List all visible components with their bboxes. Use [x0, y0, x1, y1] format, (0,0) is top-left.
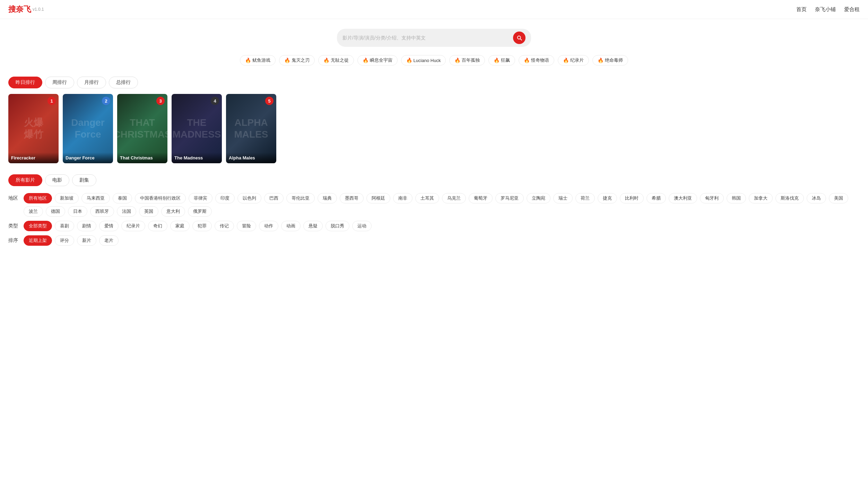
- genre-tag-13[interactable]: 脱口秀: [326, 221, 349, 231]
- hot-tag-0[interactable]: 🔥鱿鱼游戏: [240, 55, 276, 66]
- movie-title: Firecracker: [11, 155, 56, 160]
- search-input[interactable]: [342, 35, 510, 41]
- fire-icon: 🔥: [284, 58, 290, 63]
- region-tag-31[interactable]: 波兰: [24, 206, 43, 217]
- card-deco: THE MADNESS: [172, 117, 221, 140]
- genre-tag-1[interactable]: 喜剧: [55, 221, 74, 231]
- region-tag-11[interactable]: 墨西哥: [340, 193, 364, 203]
- content-tab-2[interactable]: 剧集: [72, 174, 96, 186]
- hot-tag-8[interactable]: 🔥纪录片: [558, 55, 589, 66]
- region-tag-32[interactable]: 德国: [46, 206, 65, 217]
- movie-card-3[interactable]: THE MADNESS 4 The Madness: [172, 94, 222, 163]
- content-tab-1[interactable]: 电影: [45, 174, 69, 186]
- ranking-section: 昨日排行周排行月排行总排行 火爆 爆竹 1 Firecracker Danger…: [0, 71, 868, 169]
- region-tag-22[interactable]: 比利时: [620, 193, 644, 203]
- movie-card-bg: THAT CHRISTMAS 3 That Christmas: [117, 94, 167, 163]
- genre-tag-10[interactable]: 动作: [259, 221, 278, 231]
- genre-tag-5[interactable]: 奇幻: [148, 221, 167, 231]
- movie-title: Danger Force: [66, 155, 110, 160]
- region-tag-23[interactable]: 希腊: [646, 193, 666, 203]
- region-tag-1[interactable]: 新加坡: [55, 193, 79, 203]
- ranking-tab-2[interactable]: 月排行: [77, 77, 106, 88]
- genre-tag-3[interactable]: 爱情: [99, 221, 119, 231]
- region-tag-3[interactable]: 泰国: [113, 193, 132, 203]
- genre-tag-0[interactable]: 全部类型: [24, 221, 52, 231]
- region-tag-36[interactable]: 英国: [139, 206, 158, 217]
- region-tag-12[interactable]: 阿根廷: [366, 193, 390, 203]
- genre-tag-8[interactable]: 传记: [215, 221, 234, 231]
- region-tag-9[interactable]: 哥伦比亚: [286, 193, 315, 203]
- nav-rent[interactable]: 爱合租: [844, 6, 860, 13]
- genre-tag-14[interactable]: 运动: [352, 221, 372, 231]
- nav-shop[interactable]: 奈飞小铺: [815, 6, 836, 13]
- movie-card-0[interactable]: 火爆 爆竹 1 Firecracker: [8, 94, 59, 163]
- region-tag-27[interactable]: 加拿大: [749, 193, 773, 203]
- nav-home[interactable]: 首页: [796, 6, 807, 13]
- rank-badge: 1: [47, 97, 56, 105]
- region-tag-26[interactable]: 韩国: [727, 193, 746, 203]
- hot-tag-9[interactable]: 🔥绝命毒师: [592, 55, 628, 66]
- region-tag-21[interactable]: 捷克: [598, 193, 617, 203]
- region-tag-35[interactable]: 法国: [117, 206, 136, 217]
- region-tag-18[interactable]: 立陶宛: [527, 193, 550, 203]
- region-tag-8[interactable]: 巴西: [264, 193, 284, 203]
- card-deco: 火爆 爆竹: [21, 117, 46, 140]
- sort-tag-0[interactable]: 近期上架: [24, 235, 52, 246]
- region-tag-38[interactable]: 俄罗斯: [188, 206, 212, 217]
- hot-tag-6[interactable]: 🔥狂飙: [488, 55, 515, 66]
- genre-tag-12[interactable]: 悬疑: [303, 221, 323, 231]
- region-tag-6[interactable]: 印度: [215, 193, 235, 203]
- hot-tag-2[interactable]: 🔥无耻之徒: [318, 55, 354, 66]
- region-tag-28[interactable]: 斯洛伐克: [775, 193, 804, 203]
- hot-tag-5[interactable]: 🔥百年孤独: [449, 55, 485, 66]
- sort-tag-1[interactable]: 评分: [55, 235, 74, 246]
- genre-tag-7[interactable]: 犯罪: [192, 221, 212, 231]
- region-tag-25[interactable]: 匈牙利: [700, 193, 724, 203]
- region-tag-2[interactable]: 马来西亚: [81, 193, 110, 203]
- region-tag-20[interactable]: 荷兰: [575, 193, 595, 203]
- region-tag-24[interactable]: 澳大利亚: [669, 193, 697, 203]
- movie-card-2[interactable]: THAT CHRISTMAS 3 That Christmas: [117, 94, 167, 163]
- region-tag-17[interactable]: 罗马尼亚: [495, 193, 524, 203]
- fire-icon: 🔥: [363, 58, 368, 63]
- region-tag-4[interactable]: 中国香港特别行政区: [135, 193, 186, 203]
- movie-card-overlay: Firecracker: [8, 152, 59, 163]
- region-tag-7[interactable]: 以色列: [237, 193, 261, 203]
- genre-tag-2[interactable]: 剧情: [77, 221, 96, 231]
- genre-tag-11[interactable]: 动画: [281, 221, 301, 231]
- region-tag-16[interactable]: 葡萄牙: [469, 193, 493, 203]
- movie-title: That Christmas: [120, 155, 165, 160]
- sort-tag-3[interactable]: 老片: [99, 235, 119, 246]
- region-tag-34[interactable]: 西班牙: [90, 206, 114, 217]
- region-tag-19[interactable]: 瑞士: [553, 193, 573, 203]
- hot-tag-4[interactable]: 🔥Luciano Huck: [401, 55, 446, 66]
- movie-card-4[interactable]: ALPHA MALES 5 Alpha Males: [226, 94, 276, 163]
- region-tag-5[interactable]: 菲律宾: [189, 193, 212, 203]
- region-tag-10[interactable]: 瑞典: [318, 193, 337, 203]
- region-tag-37[interactable]: 意大利: [161, 206, 185, 217]
- fire-icon: 🔥: [598, 58, 604, 63]
- content-tab-0[interactable]: 所有影片: [8, 174, 42, 186]
- hot-tag-7[interactable]: 🔥怪奇物语: [519, 55, 554, 66]
- ranking-tab-3[interactable]: 总排行: [109, 77, 138, 88]
- region-tag-0[interactable]: 所有地区: [24, 193, 52, 203]
- search-button[interactable]: [513, 32, 526, 44]
- ranking-tab-0[interactable]: 昨日排行: [8, 77, 42, 88]
- ranking-tab-1[interactable]: 周排行: [45, 77, 74, 88]
- region-tag-13[interactable]: 南非: [393, 193, 413, 203]
- movie-card-1[interactable]: Danger Force 2 Danger Force: [63, 94, 113, 163]
- region-tag-33[interactable]: 日本: [68, 206, 87, 217]
- genre-tag-6[interactable]: 家庭: [170, 221, 190, 231]
- region-tag-30[interactable]: 美国: [829, 193, 848, 203]
- sort-tag-2[interactable]: 新片: [77, 235, 96, 246]
- hot-tag-1[interactable]: 🔥鬼灭之刃: [279, 55, 315, 66]
- region-tag-14[interactable]: 土耳其: [415, 193, 439, 203]
- region-tag-15[interactable]: 乌克兰: [442, 193, 466, 203]
- genre-tag-4[interactable]: 纪录片: [121, 221, 145, 231]
- hot-tag-3[interactable]: 🔥瞬息全宇宙: [357, 55, 398, 66]
- hot-tags: 🔥鱿鱼游戏🔥鬼灭之刃🔥无耻之徒🔥瞬息全宇宙🔥Luciano Huck🔥百年孤独🔥…: [0, 52, 868, 71]
- region-tag-29[interactable]: 冰岛: [807, 193, 826, 203]
- nav-links: 首页 奈飞小铺 爱合租: [796, 6, 860, 13]
- fire-icon: 🔥: [245, 58, 251, 63]
- genre-tag-9[interactable]: 冒险: [237, 221, 256, 231]
